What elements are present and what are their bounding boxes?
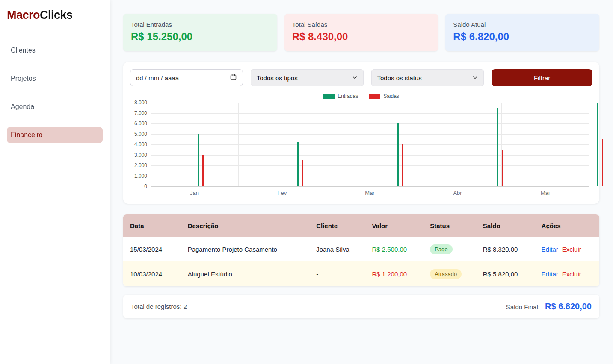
y-tick-label: 5.000 [134,131,147,137]
cell-description: Aluguel Estúdio [181,261,310,286]
card-value: R$ 8.430,00 [292,31,431,43]
bar-group-abr [450,103,551,186]
table-row: 15/03/2024 Pagamento Projeto Casamento J… [123,237,599,261]
chart-plot [151,103,589,186]
card-total-entradas: Total Entradas R$ 15.250,00 [123,14,277,51]
saldo-final-label: Saldo Final: [506,303,540,311]
bar-chart: Entradas Saidas 01.0002.0003.0004.0005.0… [130,93,592,196]
sidebar-item-label: Clientes [11,47,36,54]
date-filter-input[interactable]: dd / mm / aaaa [130,69,243,86]
y-tick-label: 2.000 [134,162,147,168]
bar-entradas-fev [297,142,299,186]
bar-group-mar [350,103,450,186]
legend-label: Saidas [383,93,399,99]
col-header-descricao: Descrição [181,214,310,237]
type-select-value: Todos os tipos [257,74,298,82]
card-saldo-atual: Saldo Atual R$ 6.820,00 [445,14,599,51]
footer-summary-bar: Total de registros: 2 Saldo Final: R$ 6.… [123,295,599,318]
col-header-data: Data [123,214,181,237]
logo-part-macro: Macro [7,9,40,21]
x-tick-label: Abr [414,190,501,196]
bar-group-fev [251,103,351,186]
x-tick-label: Fev [238,190,326,196]
y-tick-label: 7.000 [134,110,147,116]
y-tick-label: 6.000 [134,120,147,126]
bar-saidas-mai [602,139,603,186]
saldo-final-value: R$ 6.820,00 [545,302,592,311]
table-row: 10/03/2024 Aluguel Estúdio - R$ 1.200,00… [123,261,599,286]
status-select-value: Todos os status [377,74,422,82]
transactions-table: Data Descrição Cliente Valor Status Sald… [123,214,599,286]
filter-button[interactable]: Filtrar [492,69,592,86]
saldo-final: Saldo Final: R$ 6.820,00 [506,302,592,311]
bar-saidas-jan [202,155,204,187]
sidebar: MacroClicks Clientes Projetos Agenda Fin… [0,0,110,364]
sidebar-item-label: Agenda [11,103,34,110]
chart-x-axis-spacer [130,186,151,196]
status-filter-select[interactable]: Todos os status [371,69,484,86]
sidebar-item-label: Projetos [11,75,36,82]
cell-client: Joana Silva [309,237,365,261]
cell-value: R$ 1.200,00 [365,261,423,286]
delete-link[interactable]: Excluir [562,246,581,253]
col-header-acoes: Ações [535,214,599,237]
gridline-horizontal [151,186,589,187]
app-logo: MacroClicks [0,0,110,22]
legend-swatch [369,94,380,99]
y-tick-label: 3.000 [134,152,147,158]
bar-entradas-jan [198,134,199,187]
chart-x-axis: JanFevMarAbrMai [151,190,589,196]
bar-saidas-fev [302,160,303,186]
date-placeholder: dd / mm / aaaa [136,74,179,82]
x-tick-label: Mar [326,190,414,196]
bar-saidas-abr [502,150,503,186]
col-header-status: Status [423,214,476,237]
table-header-row: Data Descrição Cliente Valor Status Sald… [123,214,599,237]
chart-legend: Entradas Saidas [130,93,592,99]
sidebar-menu: Clientes Projetos Agenda Financeiro [0,42,110,143]
bar-entradas-mai [597,103,598,186]
bar-entradas-mar [397,123,399,186]
legend-label: Entradas [338,93,358,99]
bar-entradas-abr [497,108,498,186]
cell-description: Pagamento Projeto Casamento [181,237,310,261]
cell-date: 15/03/2024 [123,237,181,261]
col-header-saldo: Saldo [476,214,535,237]
chart-y-axis: 01.0002.0003.0004.0005.0006.0007.0008.00… [130,103,151,186]
sidebar-item-clientes[interactable]: Clientes [7,42,103,59]
cell-saldo: R$ 8.320,00 [476,237,535,261]
main-content: Total Entradas R$ 15.250,00 Total Saídas… [110,0,613,318]
sidebar-item-projetos[interactable]: Projetos [7,70,103,87]
delete-link[interactable]: Excluir [562,270,581,278]
type-filter-select[interactable]: Todos os tipos [251,69,364,86]
summary-cards: Total Entradas R$ 15.250,00 Total Saídas… [123,14,599,51]
legend-item-entradas: Entradas [323,93,358,99]
cell-status: Pago [423,237,476,261]
edit-link[interactable]: Editar [542,246,558,253]
chart-area: 01.0002.0003.0004.0005.0006.0007.0008.00… [130,103,589,196]
edit-link[interactable]: Editar [542,270,558,278]
y-tick-label: 4.000 [134,141,147,147]
card-value: R$ 6.820,00 [453,31,592,43]
cell-saldo: R$ 5.820,00 [476,261,535,286]
status-badge: Atrasado [430,269,462,279]
logo-part-clicks: Clicks [40,9,73,21]
bar-saidas-mar [402,144,403,186]
cell-client: - [309,261,365,286]
legend-swatch [323,94,335,99]
card-value: R$ 15.250,00 [131,31,269,43]
sidebar-item-agenda[interactable]: Agenda [7,99,103,115]
legend-item-saidas: Saidas [369,93,399,99]
col-header-cliente: Cliente [309,214,365,237]
cell-actions: EditarExcluir [535,237,599,261]
sidebar-item-financeiro[interactable]: Financeiro [7,127,103,143]
x-tick-label: Jan [151,190,238,196]
total-records-text: Total de registros: 2 [131,303,187,310]
bar-group-jan [151,103,251,186]
status-badge: Pago [430,244,452,254]
filter-chart-panel: dd / mm / aaaa Todos os tipos Todos os s… [123,62,599,204]
x-tick-label: Mai [501,190,589,196]
calendar-icon [230,73,237,82]
y-tick-label: 8.000 [134,100,147,106]
transactions-table-panel: Data Descrição Cliente Valor Status Sald… [123,214,599,286]
